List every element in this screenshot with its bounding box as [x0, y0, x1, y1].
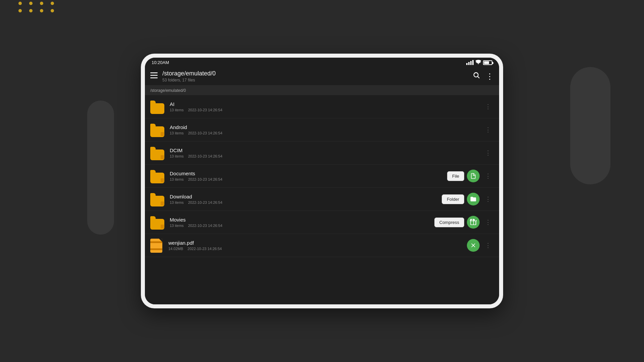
file-meta: 13 items 2022-10-23 14:26:54 [170, 154, 482, 158]
signal-bar-4 [472, 60, 474, 65]
item-more-icon[interactable]: ⋮ [482, 125, 494, 135]
search-icon[interactable] [473, 72, 480, 81]
svg-line-4 [478, 76, 479, 78]
header-subtitle: 53 folders, 17 files [162, 78, 473, 82]
more-icon[interactable]: ⋮ [486, 72, 494, 81]
list-item[interactable]: wenjian.pdf 14.02MB 2022-10-23 14:26:54 … [145, 234, 499, 257]
file-action-button[interactable]: File [447, 171, 464, 181]
close-action-button[interactable] [467, 239, 480, 252]
dot [18, 9, 22, 12]
file-list[interactable]: AI 13 items 2022-10-23 14:26:54 ⋮ [145, 95, 499, 304]
breadcrumb-text: /storage/emulated/0 [150, 88, 186, 93]
green-action-compress-icon[interactable] [467, 216, 480, 229]
file-name: Download [170, 194, 442, 199]
signal-bar-3 [470, 61, 472, 65]
file-meta: 13 items 2022-10-23 14:26:54 [170, 108, 482, 112]
file-meta: 13 items 2022-10-23 14:26:54 [170, 131, 482, 135]
item-more-icon[interactable]: ⋮ [482, 240, 494, 250]
breadcrumb-bar: /storage/emulated/0 [145, 85, 499, 95]
action-buttons-download: Folder [442, 193, 480, 205]
folder-icon-dcim [150, 145, 165, 160]
svg-rect-0 [150, 72, 158, 73]
file-meta: 13 items 2022-10-23 14:26:54 [170, 200, 442, 204]
green-action-folder-icon[interactable] [467, 193, 480, 205]
file-name: wenjian.pdf [168, 240, 467, 246]
file-info-wenjian: wenjian.pdf 14.02MB 2022-10-23 14:26:54 [168, 240, 467, 251]
svg-rect-1 [150, 75, 158, 76]
file-meta: 13 items 2022-10-23 14:26:54 [170, 224, 434, 228]
list-item[interactable]: Download 13 items 2022-10-23 14:26:54 Fo… [145, 188, 499, 211]
item-more-icon[interactable]: ⋮ [482, 102, 494, 112]
signal-bar-2 [468, 62, 470, 65]
file-info-ai: AI 13 items 2022-10-23 14:26:54 [170, 101, 482, 112]
status-icons [466, 60, 492, 65]
folder-icon-android [150, 122, 165, 137]
action-buttons-movies: Compress [434, 216, 480, 229]
dot [18, 2, 22, 5]
battery-icon [483, 60, 492, 65]
svg-rect-2 [150, 77, 158, 78]
file-name: Movies [170, 217, 434, 223]
folder-action-button[interactable]: Folder [442, 194, 464, 204]
list-item[interactable]: Documents 13 items 2022-10-23 14:26:54 F… [145, 165, 499, 188]
list-item[interactable]: Android 13 items 2022-10-23 14:26:54 ⋮ [145, 118, 499, 141]
file-meta: 13 items 2022-10-23 14:26:54 [170, 177, 447, 181]
folder-icon-ai [150, 99, 165, 114]
dot [29, 9, 33, 12]
tablet-frame: 10:20AM [141, 54, 503, 308]
action-buttons-documents: File [447, 170, 480, 182]
file-info-dcim: DCIM 13 items 2022-10-23 14:26:54 [170, 147, 482, 158]
dot [51, 9, 54, 12]
header-path: /storage/emulated/0 [162, 70, 473, 77]
signal-icon [466, 60, 474, 65]
bg-shape-right [570, 67, 610, 184]
header-actions: ⋮ [473, 72, 494, 81]
battery-fill [484, 61, 489, 64]
file-info-movies: Movies 13 items 2022-10-23 14:26:54 [170, 217, 434, 228]
bg-shape-left [87, 101, 114, 235]
file-name: DCIM [170, 147, 482, 153]
menu-icon[interactable] [150, 72, 158, 80]
signal-bar-1 [466, 63, 468, 65]
list-item[interactable]: DCIM 13 items 2022-10-23 14:26:54 ⋮ [145, 141, 499, 165]
item-more-icon[interactable]: ⋮ [482, 217, 494, 227]
action-buttons-wenjian [467, 239, 480, 252]
file-name: Android [170, 124, 482, 130]
file-meta: 14.02MB 2022-10-23 14:26:54 [168, 247, 467, 251]
file-name: Documents [170, 171, 447, 176]
item-more-icon[interactable]: ⋮ [482, 171, 494, 181]
header-path-info: /storage/emulated/0 53 folders, 17 files [162, 70, 473, 82]
folder-icon-documents [150, 169, 165, 183]
zip-icon-wenjian [150, 238, 164, 253]
dot [40, 9, 43, 12]
status-bar: 10:20AM [145, 58, 499, 67]
wifi-icon [476, 60, 481, 65]
file-name: AI [170, 101, 482, 107]
dot [40, 2, 43, 5]
dot [29, 2, 33, 5]
folder-icon-download [150, 192, 165, 206]
item-more-icon[interactable]: ⋮ [482, 194, 494, 204]
file-info-download: Download 13 items 2022-10-23 14:26:54 [170, 194, 442, 204]
file-info-documents: Documents 13 items 2022-10-23 14:26:54 [170, 171, 447, 181]
list-item[interactable]: Movies 13 items 2022-10-23 14:26:54 Comp… [145, 211, 499, 234]
background-dots [18, 2, 57, 12]
status-time: 10:20AM [152, 60, 169, 65]
header: /storage/emulated/0 53 folders, 17 files… [145, 67, 499, 85]
svg-point-3 [474, 73, 478, 77]
compress-action-button[interactable]: Compress [434, 218, 464, 227]
list-item[interactable]: AI 13 items 2022-10-23 14:26:54 ⋮ [145, 95, 499, 118]
folder-icon-movies [150, 215, 165, 230]
tablet-screen: 10:20AM [145, 58, 499, 304]
green-action-doc-icon[interactable] [467, 170, 480, 182]
file-info-android: Android 13 items 2022-10-23 14:26:54 [170, 124, 482, 135]
item-more-icon[interactable]: ⋮ [482, 148, 494, 158]
dot [51, 2, 54, 5]
